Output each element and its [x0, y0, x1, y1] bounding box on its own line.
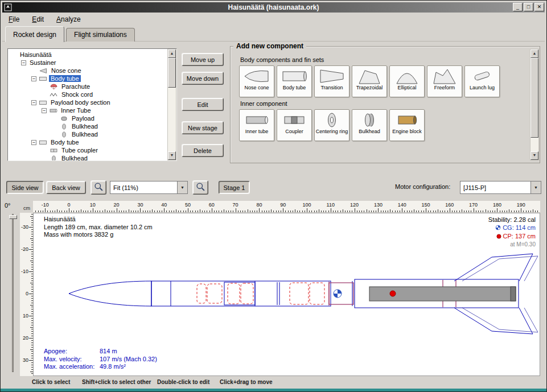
ruler-tick — [311, 211, 312, 212]
tree-expander-icon[interactable]: − — [31, 100, 36, 105]
motor-configuration-select[interactable]: [J115-P] ▼ — [460, 181, 541, 194]
scroll-thumb[interactable] — [530, 58, 538, 138]
fin-shape[interactable] — [454, 308, 533, 334]
tree-expander-icon[interactable]: − — [31, 76, 36, 81]
stage-1-button[interactable]: Stage 1 — [219, 181, 250, 194]
menu-item-file[interactable]: File — [9, 15, 19, 23]
tree-item-inner-tube[interactable]: −Inner Tube — [9, 106, 167, 114]
edit-button[interactable]: Edit — [182, 98, 224, 111]
delete-button[interactable]: Delete — [182, 144, 224, 157]
ruler-tick — [238, 211, 238, 212]
zoom-fit-button[interactable] — [192, 180, 208, 195]
add-inner-tube-button[interactable]: Inner tube — [239, 109, 274, 141]
ruler-tick — [209, 211, 210, 212]
tree-item-bulkhead[interactable]: Bulkhead — [9, 122, 167, 130]
tree-item-label[interactable]: Bulkhead — [70, 123, 100, 130]
scroll-down-icon[interactable]: ▼ — [168, 151, 176, 160]
add-bulkhead-button[interactable]: Bulkhead — [352, 109, 387, 141]
tab-flight-simulations[interactable]: Flight simulations — [66, 28, 135, 42]
close-icon[interactable]: ✕ — [534, 3, 544, 11]
tree-item-label[interactable]: Payload — [70, 115, 96, 122]
tree-item-parachute[interactable]: Parachute — [9, 82, 167, 90]
component-tree[interactable]: Haisunäätä−SustainerNose cone−Body tubeP… — [7, 48, 177, 161]
ruler-tick — [371, 211, 372, 212]
rocket-canvas[interactable]: Haisunäätä Length 189 cm, max. diameter … — [33, 213, 540, 376]
ruler-tick — [488, 211, 488, 212]
add-launch-lug-button[interactable]: Launch lug — [464, 65, 500, 97]
tree-item-label[interactable]: Shock cord — [60, 91, 94, 98]
move-down-button[interactable]: Move down — [182, 72, 224, 85]
tree-item-label[interactable]: Sustainer — [28, 59, 57, 66]
add-coupler-button[interactable]: Coupler — [277, 109, 312, 141]
scroll-up-icon[interactable]: ▲ — [168, 49, 176, 58]
tree-item-shock-cord[interactable]: Shock cord — [9, 90, 167, 98]
tree-item-sustainer[interactable]: −Sustainer — [9, 59, 167, 67]
add-nose-cone-button[interactable]: Nose cone — [239, 65, 274, 97]
zoom-level-select[interactable]: Fit (11%) ▼ — [110, 181, 188, 194]
add-transition-button[interactable]: Transition — [314, 65, 349, 97]
scroll-up-icon[interactable]: ▲ — [530, 49, 538, 58]
tree-item-label[interactable]: Payload body section — [49, 99, 112, 106]
chevron-down-icon[interactable]: ▼ — [177, 181, 187, 193]
scroll-thumb[interactable] — [168, 58, 176, 88]
shock-cord-shape[interactable] — [207, 284, 222, 303]
tree-item-bulkhead[interactable]: Bulkhead — [9, 154, 167, 160]
tab-rocket-design[interactable]: Rocket design — [5, 26, 64, 42]
tree-item-label[interactable]: Body tube — [49, 75, 81, 82]
tree-expander-icon[interactable]: − — [31, 140, 36, 145]
tree-item-label[interactable]: Parachute — [60, 83, 92, 90]
nose-cone-shape[interactable] — [69, 281, 151, 306]
add-elliptical-button[interactable]: Elliptical — [389, 65, 425, 97]
tree-item-label[interactable]: Inner Tube — [59, 107, 93, 114]
fin-shape[interactable] — [454, 254, 533, 281]
title-bar[interactable]: Haisunäätä (haisunaata.ork) _ □ ✕ — [2, 2, 545, 13]
parachute-shape[interactable] — [197, 284, 206, 303]
add-trapezoidal-button[interactable]: Trapezoidal — [352, 65, 387, 97]
tree-scrollbar[interactable]: ▲ ▼ — [167, 49, 176, 160]
add-centering-ring-button[interactable]: Centering ring — [314, 109, 349, 141]
scroll-down-icon[interactable]: ▼ — [530, 151, 538, 160]
side-view-button[interactable]: Side view — [6, 181, 44, 194]
tree-item-bulkhead[interactable]: Bulkhead — [9, 130, 167, 138]
scroll-track[interactable] — [168, 58, 176, 151]
tree-item-label[interactable]: Tube coupler — [60, 147, 100, 154]
tree-item-body-tube[interactable]: −Body tube — [9, 75, 167, 82]
tree-item-label[interactable]: Bulkhead — [70, 131, 100, 138]
ruler-tick — [388, 211, 388, 212]
tree-item-payload[interactable]: Payload — [9, 114, 167, 122]
move-up-button[interactable]: Move up — [182, 53, 224, 66]
ruler-tick — [454, 211, 455, 212]
back-view-button[interactable]: Back view — [46, 181, 86, 194]
ruler-tick — [385, 211, 386, 212]
scroll-track[interactable] — [530, 58, 538, 151]
add-body-tube-button[interactable]: Body tube — [277, 65, 312, 97]
add-freeform-button[interactable]: Freeform — [427, 65, 462, 97]
ruler-label: 10 — [20, 313, 28, 319]
rotation-slider[interactable] — [12, 214, 14, 372]
tree-item-haisun-t-[interactable]: Haisunäätä — [9, 51, 167, 59]
tree-item-label[interactable]: Haisunäätä — [18, 51, 54, 58]
tree-item-label[interactable]: Body tube — [49, 139, 81, 146]
ruler-tick — [147, 211, 148, 212]
menu-item-edit[interactable]: Edit — [32, 15, 44, 23]
palette-scrollbar[interactable]: ▲ ▼ — [530, 49, 539, 160]
ruler-tick — [302, 211, 303, 212]
rotation-slider-thumb[interactable] — [9, 215, 17, 219]
tree-item-label[interactable]: Nose cone — [50, 67, 83, 74]
payload-shape[interactable] — [228, 283, 240, 304]
maximize-icon[interactable]: □ — [524, 3, 533, 11]
add-engine-block-button[interactable]: Engine block — [389, 109, 425, 141]
tree-item-label[interactable]: Bulkhead — [60, 155, 89, 160]
tree-item-nose-cone[interactable]: Nose cone — [9, 67, 167, 75]
minimize-icon[interactable]: _ — [513, 3, 523, 11]
menu-item-analyze[interactable]: Analyze — [56, 15, 81, 23]
ruler-label: 150 — [419, 202, 433, 208]
tree-item-tube-coupler[interactable]: Tube coupler — [9, 146, 167, 154]
tree-expander-icon[interactable]: − — [21, 60, 26, 65]
chevron-down-icon[interactable]: ▼ — [530, 181, 541, 193]
new-stage-button[interactable]: New stage — [182, 121, 224, 134]
tree-item-payload-body-section[interactable]: −Payload body section — [9, 98, 167, 106]
tree-expander-icon[interactable]: − — [42, 108, 47, 113]
tree-item-body-tube[interactable]: −Body tube — [9, 138, 167, 146]
zoom-in-button[interactable] — [91, 180, 106, 195]
